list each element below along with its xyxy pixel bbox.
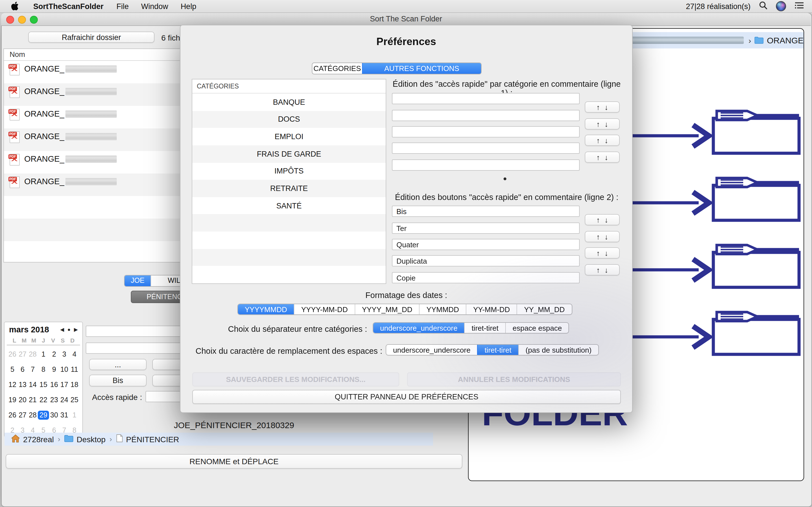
separator-underscore-underscore[interactable]: underscore_underscore	[373, 323, 464, 333]
date-format-yyyy-mm-dd[interactable]: YYYY-MM-DD	[294, 304, 354, 314]
category-row-banque[interactable]: BANQUE	[192, 94, 386, 111]
apple-menu-icon[interactable]	[9, 2, 27, 11]
menu-item-file[interactable]: File	[110, 2, 135, 10]
line1-reorder-arrows-2[interactable]: ↑↓	[585, 118, 620, 129]
calendar-day[interactable]: 13	[17, 377, 28, 392]
calendar-day[interactable]: 18	[69, 377, 80, 392]
category-row-empty[interactable]	[192, 231, 386, 249]
calendar-day[interactable]: 11	[69, 362, 80, 377]
line1-field-3[interactable]	[392, 126, 580, 137]
category-row-empty[interactable]	[192, 266, 386, 283]
line2-field-5[interactable]: Copie	[392, 272, 580, 283]
line2-field-1[interactable]: Bis	[392, 206, 580, 217]
tab-autres-fonctions[interactable]: AUTRES FONCTIONS	[362, 63, 481, 74]
line1-field-4[interactable]	[392, 143, 580, 154]
breadcrumb-item-2728real[interactable]: 2728real	[11, 434, 54, 444]
calendar-day[interactable]: 28	[28, 346, 38, 362]
line2-field-4[interactable]: Duplicata	[392, 255, 580, 267]
line1-field-2[interactable]	[392, 110, 580, 121]
category-row-retraite[interactable]: RETRAITE	[192, 180, 386, 197]
line1-reorder-arrows-4[interactable]: ↑↓	[585, 152, 620, 163]
search-icon[interactable]	[759, 1, 767, 11]
siri-icon[interactable]	[776, 1, 786, 11]
calendar-day[interactable]: 20	[17, 392, 28, 407]
calendar-day[interactable]: 6	[17, 362, 28, 377]
line2-field-2[interactable]: Ter	[392, 223, 580, 234]
bis-button[interactable]: Bis	[89, 375, 147, 386]
date-format-yyyymmdd[interactable]: YYYYMMDD	[238, 304, 294, 314]
calendar-day[interactable]: 8	[38, 362, 49, 377]
line1-reorder-arrows-1[interactable]: ↑↓	[585, 101, 620, 113]
line2-reorder-arrows-4[interactable]: ↑↓	[585, 264, 620, 276]
calendar-day[interactable]: 21	[28, 392, 38, 407]
category-row-santé[interactable]: SANTÉ	[192, 197, 386, 214]
calendar-day[interactable]: 17	[59, 377, 69, 392]
line1-field-1[interactable]	[392, 93, 580, 104]
calendar-day[interactable]: 5	[7, 362, 17, 377]
calendar-day[interactable]: 25	[69, 392, 80, 407]
menu-item-window[interactable]: Window	[135, 2, 174, 10]
calendar-next-icon[interactable]: ▶	[74, 327, 78, 332]
line2-reorder-arrows-1[interactable]: ↑↓	[585, 214, 620, 225]
cancel-modifications-button[interactable]: ANNULER LES MODIFICATIONS	[407, 372, 621, 386]
quit-preferences-button[interactable]: QUITTER PANNEAU DE PRÉFÉRENCES	[192, 390, 621, 404]
date-format-yy-mm-dd[interactable]: YY_MM_DD	[517, 304, 572, 314]
calendar-today-icon[interactable]: ●	[67, 327, 70, 332]
rename-move-button[interactable]: RENOMME et DÉPLACE	[6, 454, 462, 469]
line2-reorder-arrows-3[interactable]: ↑↓	[585, 247, 620, 259]
calendar-day[interactable]: 10	[59, 362, 69, 377]
date-format-yyyy-mm-dd[interactable]: YYYY_MM_DD	[354, 304, 419, 314]
calendar-day[interactable]: 4	[69, 346, 80, 362]
category-row-emploi[interactable]: EMPLOI	[192, 128, 386, 145]
breadcrumb-item-pénitencier[interactable]: PÉNITENCIER	[116, 434, 179, 444]
category-row-empty[interactable]	[192, 249, 386, 266]
separator-tiret-tiret[interactable]: tiret-tiret	[464, 323, 505, 333]
pdf-file-icon: PDF	[10, 154, 20, 166]
calendar-day[interactable]: 15	[38, 377, 49, 392]
category-row-impôts[interactable]: IMPÔTS	[192, 163, 386, 180]
calendar-day[interactable]: 1	[38, 346, 49, 362]
save-modifications-button[interactable]: SAUVEGARDER LES MODIFICATIONS...	[192, 372, 399, 386]
category-separator-label: Choix du séparateur entre catégories :	[214, 325, 367, 334]
calendar-day[interactable]: 12	[7, 377, 17, 392]
breadcrumb-item-desktop[interactable]: Desktop	[64, 435, 106, 444]
calendar-day[interactable]: 16	[49, 377, 59, 392]
calendar-day[interactable]: 24	[59, 392, 69, 407]
calendar-day[interactable]: 19	[7, 392, 17, 407]
menu-item-help[interactable]: Help	[174, 2, 203, 10]
calendar-prev-icon[interactable]: ◀	[60, 327, 64, 332]
line2-field-3[interactable]: Quater	[392, 239, 580, 250]
redacted-filename	[65, 88, 117, 95]
redacted-filename	[65, 178, 117, 185]
arrow-down-icon: ↓	[605, 232, 608, 241]
menu-app-name[interactable]: SortTheScanFolder	[27, 2, 110, 10]
space-replacement-tiret-tiret[interactable]: tiret-tiret	[477, 345, 518, 355]
calendar-day[interactable]: 26	[7, 346, 17, 362]
notification-list-icon[interactable]	[795, 2, 804, 11]
calendar-day[interactable]: 2	[49, 346, 59, 362]
calendar-day[interactable]: 23	[49, 392, 59, 407]
space-replacement-underscore-underscore[interactable]: underscore_underscore	[386, 345, 477, 355]
menu-bar: SortTheScanFolder File Window Help 27|28…	[0, 0, 812, 13]
date-format-yy-mm-dd[interactable]: YY-MM-DD	[466, 304, 517, 314]
category-row-empty[interactable]	[192, 214, 386, 231]
calendar-day[interactable]: 22	[38, 392, 49, 407]
category-row-docs[interactable]: DOCS	[192, 111, 386, 128]
tab-categories[interactable]: CATÉGORIES	[312, 63, 362, 74]
calendar-day[interactable]: 14	[28, 377, 38, 392]
person-tab-joe[interactable]: JOE	[124, 276, 151, 286]
file-count-text: 6 fich	[161, 33, 180, 42]
line1-reorder-arrows-3[interactable]: ↑↓	[585, 135, 620, 146]
separator-espace-espace[interactable]: espace espace	[505, 323, 569, 333]
calendar-day[interactable]: 9	[49, 362, 59, 377]
date-format-yymmdd[interactable]: YYMMDD	[419, 304, 466, 314]
calendar-day[interactable]: 3	[59, 346, 69, 362]
line2-reorder-arrows-2[interactable]: ↑↓	[585, 231, 620, 242]
refresh-folder-button[interactable]: Rafraichir dossier	[28, 32, 154, 43]
space-replacement--pas-de-substitution-[interactable]: (pas de substitution)	[518, 345, 598, 355]
line1-field-5[interactable]	[392, 159, 580, 171]
calendar-day[interactable]: 7	[28, 362, 38, 377]
category-row-frais-de-garde[interactable]: FRAIS DE GARDE	[192, 145, 386, 163]
calendar-day[interactable]: 27	[17, 346, 28, 362]
dots-button[interactable]: ...	[89, 359, 147, 370]
